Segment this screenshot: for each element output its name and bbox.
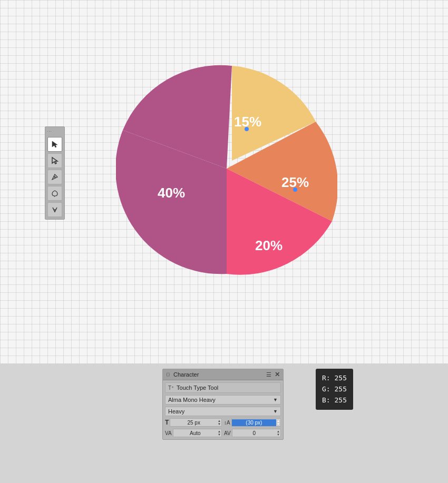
type-tool-icon: T⁺ xyxy=(168,385,174,391)
font-weight-arrow: ▼ xyxy=(273,409,278,414)
select-tool-button[interactable] xyxy=(47,137,62,152)
color-b-row: B: 255 xyxy=(322,395,347,406)
font-size-stepper[interactable]: ▲ ▼ xyxy=(217,419,221,426)
kerning-value-spinbox[interactable]: 0 ▲ ▼ xyxy=(232,429,281,437)
g-value: 255 xyxy=(335,385,347,393)
font-size-value: 25 px xyxy=(170,419,217,426)
b-label: B: xyxy=(322,396,330,404)
svg-marker-0 xyxy=(52,141,57,147)
font-size-icon: T xyxy=(165,419,169,426)
kerning-value-group: AV 0 ▲ ▼ xyxy=(224,429,281,437)
label-40: 40% xyxy=(158,185,185,201)
lasso-tool-button[interactable] xyxy=(47,186,62,201)
label-20: 20% xyxy=(255,238,283,253)
font-family-arrow: ▼ xyxy=(273,397,278,402)
color-g-row: G: 255 xyxy=(322,384,347,395)
bottom-panel: ⟨⟩ Character ☰ ✕ T⁺ Touch Type Tool Alma… xyxy=(0,363,448,483)
line-height-icon: ↕A xyxy=(224,420,230,426)
canvas-area: ··· xyxy=(0,0,448,363)
line-height-stepper[interactable]: ▲ ▼ xyxy=(276,419,280,426)
color-r-row: R: 255 xyxy=(322,373,347,384)
kerning-row: VA Auto ▲ ▼ AV 0 ▲ xyxy=(165,429,281,437)
label-15: 15% xyxy=(234,114,261,130)
font-size-down[interactable]: ▼ xyxy=(218,422,221,426)
panel-title-left: ⟨⟩ Character xyxy=(166,371,199,378)
pie-chart: 15% 25% 20% 40% xyxy=(116,58,337,279)
panel-titlebar: ⟨⟩ Character ☰ ✕ xyxy=(163,369,283,380)
kerning-value: 0 xyxy=(232,430,276,437)
kerning-method-stepper[interactable]: ▲ ▼ xyxy=(217,429,221,437)
panel-menu-icon[interactable]: ☰ xyxy=(266,371,271,378)
label-dot-25 xyxy=(293,188,297,192)
line-height-value: (30 px) xyxy=(232,419,276,426)
kerning-method-group: VA Auto ▲ ▼ xyxy=(165,429,222,437)
g-label: G: xyxy=(322,385,330,393)
line-height-group: ↕A (30 px) ▲ ▼ xyxy=(224,418,281,427)
kerning-icon: VA xyxy=(165,430,172,436)
b-value: 255 xyxy=(335,396,347,404)
font-weight-row[interactable]: Heavy ▼ xyxy=(165,407,281,416)
font-family-row[interactable]: Alma Mono Heavy ▼ xyxy=(165,395,281,405)
kerning-method-spinbox[interactable]: Auto ▲ ▼ xyxy=(173,429,222,437)
type-tool-button[interactable] xyxy=(47,202,62,217)
touch-type-tool-row[interactable]: T⁺ Touch Type Tool xyxy=(165,382,281,393)
kerning-value-icon: AV xyxy=(224,430,231,436)
font-weight-value: Heavy xyxy=(168,408,273,415)
line-height-spinbox[interactable]: (30 px) ▲ ▼ xyxy=(231,418,281,427)
kerning-value-down[interactable]: ▼ xyxy=(277,433,280,436)
kerning-value-stepper[interactable]: ▲ ▼ xyxy=(276,429,280,437)
panel-close-button[interactable]: ✕ xyxy=(275,371,280,378)
svg-point-2 xyxy=(54,176,56,178)
toolbar: ··· xyxy=(45,126,65,220)
font-size-group: T 25 px ▲ ▼ xyxy=(165,418,222,427)
grip-dots: ··· xyxy=(47,129,52,134)
touch-type-label: Touch Type Tool xyxy=(177,385,278,391)
r-label: R: xyxy=(322,374,330,382)
label-dot-15 xyxy=(245,127,249,131)
size-metrics-row: T 25 px ▲ ▼ ↕A (30 px) ▲ xyxy=(165,418,281,427)
color-info-panel: R: 255 G: 255 B: 255 xyxy=(316,369,353,410)
font-family-value: Alma Mono Heavy xyxy=(168,397,273,403)
character-panel: ⟨⟩ Character ☰ ✕ T⁺ Touch Type Tool Alma… xyxy=(162,369,284,440)
kerning-method-down[interactable]: ▼ xyxy=(218,433,221,436)
direct-select-tool-button[interactable] xyxy=(47,153,62,168)
pen-tool-button[interactable] xyxy=(47,170,62,184)
panel-title: Character xyxy=(173,371,199,378)
kerning-method-value: Auto xyxy=(173,430,217,437)
svg-marker-1 xyxy=(52,157,57,164)
panel-title-right: ☰ ✕ xyxy=(266,371,280,378)
toolbar-grip: ··· xyxy=(47,129,63,134)
panel-collapse-arrows[interactable]: ⟨⟩ xyxy=(166,372,170,377)
line-height-down[interactable]: ▼ xyxy=(277,422,280,426)
font-size-spinbox[interactable]: 25 px ▲ ▼ xyxy=(170,418,222,427)
panel-body: T⁺ Touch Type Tool Alma Mono Heavy ▼ Hea… xyxy=(163,380,283,439)
r-value: 255 xyxy=(335,374,347,382)
